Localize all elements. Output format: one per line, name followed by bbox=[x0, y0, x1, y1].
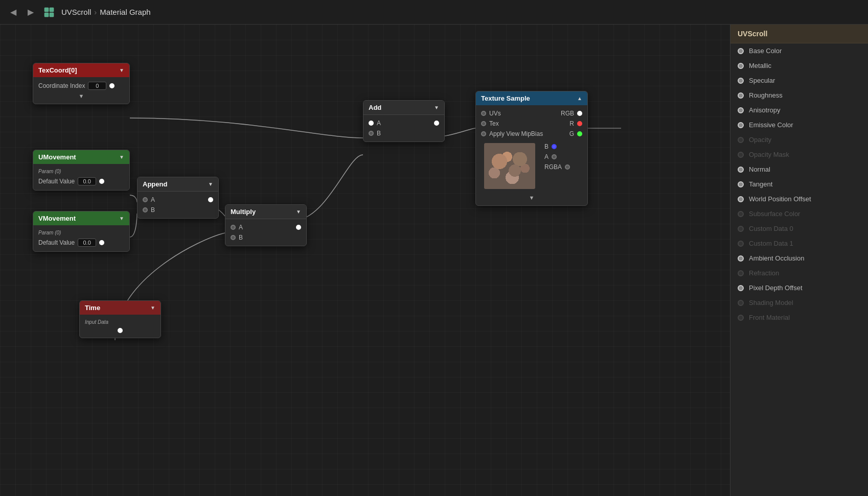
panel-item-custom-data-0[interactable]: Custom Data 0 bbox=[730, 221, 868, 236]
texture-rgb-out-pin bbox=[577, 111, 582, 116]
panel-label-11: Subsurface Color bbox=[749, 210, 800, 218]
node-append-dropdown[interactable]: ▼ bbox=[208, 181, 213, 187]
breadcrumb-root[interactable]: UVScroll bbox=[61, 8, 91, 16]
material-graph-canvas[interactable]: TexCoord[0] ▼ Coordinate Index ▼ UMoveme… bbox=[0, 25, 868, 496]
texture-mip-label: Apply View MipBias bbox=[489, 130, 543, 137]
texture-rgba-out-pin bbox=[565, 164, 570, 170]
panel-item-specular[interactable]: Specular bbox=[730, 73, 868, 88]
node-time-header[interactable]: Time ▼ bbox=[80, 301, 161, 315]
panel-item-custom-data-1[interactable]: Custom Data 1 bbox=[730, 236, 868, 251]
node-umovement-header[interactable]: UMovement ▼ bbox=[33, 150, 129, 164]
panel-item-pixel-depth-offset[interactable]: Pixel Depth Offset bbox=[730, 280, 868, 295]
panel-label-17: Shading Model bbox=[749, 299, 793, 306]
panel-item-base-color[interactable]: Base Color bbox=[730, 43, 868, 58]
add-a-in-pin bbox=[369, 121, 374, 126]
panel-pin-11 bbox=[738, 211, 744, 217]
panel-label-0: Base Color bbox=[749, 47, 782, 55]
add-b-row: B bbox=[363, 128, 444, 138]
node-texcoord: TexCoord[0] ▼ Coordinate Index ▼ bbox=[33, 63, 130, 104]
vmovement-default-row: Default Value bbox=[33, 237, 129, 248]
node-texture-header[interactable]: Texture Sample ▲ bbox=[476, 91, 587, 105]
panel-label-14: Ambient Occlusion bbox=[749, 254, 804, 262]
node-multiply-body: A B bbox=[225, 219, 306, 246]
panel-item-opacity-mask[interactable]: Opacity Mask bbox=[730, 147, 868, 162]
node-texcoord-dropdown[interactable]: ▼ bbox=[119, 67, 124, 73]
panel-item-front-material[interactable]: Front Material bbox=[730, 310, 868, 325]
node-multiply-dropdown[interactable]: ▼ bbox=[296, 209, 301, 215]
panel-item-roughness[interactable]: Roughness bbox=[730, 88, 868, 103]
time-out-row bbox=[80, 326, 161, 335]
texture-chevron[interactable]: ▼ bbox=[529, 195, 535, 201]
panel-item-ambient-occlusion[interactable]: Ambient Occlusion bbox=[730, 251, 868, 266]
panel-item-metallic[interactable]: Metallic bbox=[730, 58, 868, 73]
uvscroll-panel-header: UVScroll bbox=[730, 25, 868, 43]
panel-item-refraction[interactable]: Refraction bbox=[730, 266, 868, 280]
back-button[interactable]: ◀ bbox=[7, 6, 19, 18]
umovement-sub-row: Param (0) bbox=[33, 167, 129, 176]
node-multiply-header[interactable]: Multiply ▼ bbox=[225, 205, 306, 219]
time-out-pin bbox=[118, 328, 123, 333]
texture-preview-image bbox=[484, 143, 535, 189]
node-texcoord-header[interactable]: TexCoord[0] ▼ bbox=[33, 63, 129, 77]
panel-pin-14 bbox=[738, 255, 744, 262]
node-add-header[interactable]: Add ▼ bbox=[363, 101, 444, 115]
node-umovement-body: Param (0) Default Value bbox=[33, 164, 129, 190]
add-b-in-pin bbox=[369, 131, 374, 136]
node-texture-sample: Texture Sample ▲ UVs RGB Tex R Apply Vie… bbox=[475, 91, 588, 206]
texture-tex-in-pin bbox=[481, 121, 486, 126]
app-icon bbox=[42, 5, 56, 19]
vmovement-sub: Param (0) bbox=[38, 230, 61, 235]
node-vmovement-body: Param (0) Default Value bbox=[33, 225, 129, 251]
panel-item-anisotropy[interactable]: Anisotropy bbox=[730, 103, 868, 117]
panel-pin-5 bbox=[738, 122, 744, 128]
texture-mip-in-pin bbox=[481, 131, 486, 136]
panel-label-15: Refraction bbox=[749, 269, 779, 277]
texture-pins-right: B A RGBA bbox=[544, 143, 570, 171]
vmovement-default-input[interactable] bbox=[78, 239, 96, 247]
panel-pin-8 bbox=[738, 167, 744, 173]
append-a-in-pin bbox=[143, 197, 148, 202]
coord-label: Coordinate Index bbox=[38, 82, 85, 89]
panel-item-opacity[interactable]: Opacity bbox=[730, 132, 868, 147]
node-append-header[interactable]: Append ▼ bbox=[138, 177, 218, 192]
texture-tex-row: Tex R bbox=[476, 119, 587, 129]
panel-item-emissive-color[interactable]: Emissive Color bbox=[730, 117, 868, 132]
node-vmovement: VMovement ▼ Param (0) Default Value bbox=[33, 211, 130, 252]
node-time-dropdown[interactable]: ▼ bbox=[150, 305, 155, 311]
texcoord-expand-row[interactable]: ▼ bbox=[33, 91, 129, 101]
panel-label-8: Normal bbox=[749, 166, 770, 173]
panel-item-tangent[interactable]: Tangent bbox=[730, 177, 868, 192]
panel-pin-3 bbox=[738, 92, 744, 99]
append-b-label: B bbox=[151, 206, 155, 214]
panel-item-subsurface-color[interactable]: Subsurface Color bbox=[730, 206, 868, 221]
panel-item-world-position-offset[interactable]: World Position Offset bbox=[730, 192, 868, 206]
node-vmovement-title: VMovement bbox=[38, 215, 76, 222]
panel-item-shading-model[interactable]: Shading Model bbox=[730, 295, 868, 310]
panel-item-normal[interactable]: Normal bbox=[730, 162, 868, 177]
add-a-row: A bbox=[363, 118, 444, 128]
multiply-out-pin bbox=[296, 225, 301, 230]
umovement-default-row: Default Value bbox=[33, 176, 129, 187]
texture-rgba-row: RGBA bbox=[544, 163, 570, 171]
append-b-row: B bbox=[138, 205, 218, 215]
umovement-default-input[interactable] bbox=[78, 177, 96, 185]
node-texture-dropdown[interactable]: ▲ bbox=[577, 96, 582, 101]
node-vmovement-header[interactable]: VMovement ▼ bbox=[33, 211, 129, 225]
forward-button[interactable]: ▶ bbox=[25, 6, 37, 18]
panel-pin-6 bbox=[738, 137, 744, 143]
texcoord-chevron[interactable]: ▼ bbox=[79, 93, 84, 99]
panel-label-6: Opacity bbox=[749, 136, 771, 144]
coord-input[interactable] bbox=[88, 82, 106, 90]
panel-pin-15 bbox=[738, 270, 744, 276]
node-add-dropdown[interactable]: ▼ bbox=[434, 105, 439, 110]
node-multiply-title: Multiply bbox=[231, 208, 256, 216]
node-texture-title: Texture Sample bbox=[481, 95, 530, 102]
node-vmovement-dropdown[interactable]: ▼ bbox=[119, 216, 124, 221]
node-texcoord-body: Coordinate Index ▼ bbox=[33, 77, 129, 104]
multiply-b-row: B bbox=[225, 232, 306, 243]
texture-expand-row[interactable]: ▼ bbox=[476, 193, 587, 202]
uvscroll-panel-title: UVScroll bbox=[738, 30, 767, 38]
panel-label-18: Front Material bbox=[749, 314, 790, 321]
node-umovement-dropdown[interactable]: ▼ bbox=[119, 154, 124, 160]
node-append-body: A B bbox=[138, 192, 218, 218]
